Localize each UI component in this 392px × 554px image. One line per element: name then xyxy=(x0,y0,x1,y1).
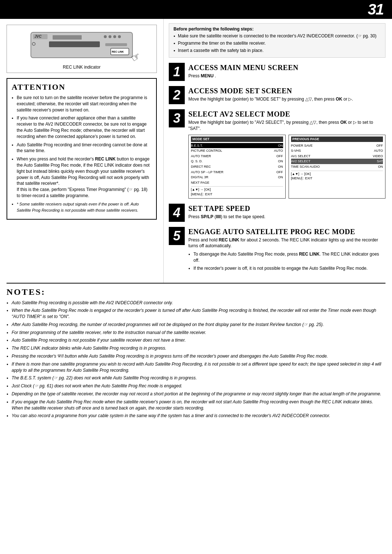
step-5-desc: Press and hold REC LINK for about 2 seco… xyxy=(188,237,385,249)
step-5-bullets: To disengage the Auto Satellite Prog Rec… xyxy=(188,251,385,271)
screen2-title: PREVIOUS PAGE xyxy=(291,137,383,142)
step-1-number: 1 xyxy=(169,63,185,81)
step-5: 5 ENGAGE AUTO SATELLITE PROG REC MODE Pr… xyxy=(169,227,385,273)
screen1-row-autotimer: AUTO TIMEROFF xyxy=(191,154,283,159)
step-1-desc: Press MENU . xyxy=(188,73,385,79)
step-4-desc: Press SP/LP (IIII) to set the tape speed… xyxy=(188,214,385,220)
screen2-row-svhs: S-VHSAUTO xyxy=(291,148,383,154)
screen-mockup-container: MODE SET B.E.S.T.ON PICTURE CONTROLAUTO … xyxy=(188,135,385,199)
step-3-content: SELECT AV2 SELECT MODE Move the highligh… xyxy=(188,109,385,198)
attention-item-2: If you have connected another appliance … xyxy=(12,115,152,139)
note-item-8: If there is more than one satellite prog… xyxy=(7,361,385,374)
step-2-title: ACCESS MODE SET SCREEN xyxy=(188,87,385,95)
main-content: JVC REC LINK xyxy=(0,19,392,283)
svg-point-7 xyxy=(109,35,111,38)
rec-link-label: REC LINK indicator xyxy=(12,65,151,70)
screen1-nav: [▲▼] → [OK] [MENU] : EXIT xyxy=(191,186,283,196)
before-title: Before performing the following steps: xyxy=(173,27,381,32)
step-5-number: 5 xyxy=(169,227,185,245)
note-item-10: Just Clock (☞ pg. 61) does not work when… xyxy=(7,383,385,389)
svg-text:JVC: JVC xyxy=(34,34,42,38)
before-item-1: Make sure the satellite receiver is conn… xyxy=(173,33,381,39)
step-2-content: ACCESS MODE SET SCREEN Move the highligh… xyxy=(188,86,385,102)
screen1-row-nextpage: NEXT PAGE xyxy=(191,180,283,186)
page-number: 31 xyxy=(368,1,383,18)
step-1-content: ACCESS MAIN MENU SCREEN Press MENU . xyxy=(188,63,385,79)
attention-list: Be sure not to turn on the satellite rec… xyxy=(12,95,152,213)
step-4-number: 4 xyxy=(169,204,185,222)
screen-mode-set: MODE SET B.E.S.T.ON PICTURE CONTROLAUTO … xyxy=(188,135,286,199)
attention-item-4: When you press and hold the recorder's R… xyxy=(12,156,152,199)
attention-item-5: * Some satellite receivers output signal… xyxy=(12,201,152,213)
screen1-row-picture: PICTURE CONTROLAUTO xyxy=(191,148,283,154)
step-3: 3 SELECT AV2 SELECT MODE Move the highli… xyxy=(169,109,385,198)
before-box: Before performing the following steps: M… xyxy=(169,23,385,58)
svg-rect-5 xyxy=(53,35,82,40)
step-4-content: SET TAPE SPEED Press SP/LP (IIII) to set… xyxy=(188,204,385,220)
notes-section: NOTES: Auto Satellite Prog recording is … xyxy=(0,287,392,427)
vcr-illustration-area: JVC REC LINK xyxy=(7,25,157,73)
step-5-bullet-2: If the recorder's power is off, it is no… xyxy=(188,265,385,272)
note-item-4: For timer programming of the satellite r… xyxy=(7,330,385,336)
screen1-row-directrec: DIRECT RECON xyxy=(191,164,283,170)
step-4: 4 SET TAPE SPEED Press SP/LP (IIII) to s… xyxy=(169,204,385,222)
left-column: JVC REC LINK xyxy=(0,19,163,283)
svg-point-9 xyxy=(118,35,121,38)
step-4-title: SET TAPE SPEED xyxy=(188,204,385,212)
attention-box: ATTENTION Be sure not to turn on the sat… xyxy=(7,78,157,220)
step-2: 2 ACCESS MODE SET SCREEN Move the highli… xyxy=(169,86,385,104)
note-item-1: Auto Satellite Prog recording is possibl… xyxy=(7,300,385,306)
note-item-9: The B.E.S.T. system (☞ pg. 22) does not … xyxy=(7,375,385,381)
attention-title: ATTENTION xyxy=(12,82,152,92)
screen1-row-digital3r: DIGITAL 3RON xyxy=(191,175,283,180)
step-3-title: SELECT AV2 SELECT MODE xyxy=(188,110,385,118)
right-column: Before performing the following steps: M… xyxy=(163,19,392,283)
notes-title: NOTES: xyxy=(7,287,385,297)
svg-rect-10 xyxy=(105,43,127,46)
step-3-desc: Move the highlight bar (pointer) to "AV2… xyxy=(188,119,385,132)
bottom-divider xyxy=(7,283,385,284)
step-5-title: ENGAGE AUTO SATELLITE PROG REC MODE xyxy=(188,228,385,236)
before-steps-list: Make sure the satellite receiver is conn… xyxy=(173,33,381,53)
screen1-row-autolp: AUTO SP→LP TIMEROFF xyxy=(191,170,283,175)
screen2-row-av2: AV2 SELECTSAT xyxy=(291,159,383,164)
step-5-content: ENGAGE AUTO SATELLITE PROG REC MODE Pres… xyxy=(188,227,385,273)
step-3-number: 3 xyxy=(169,109,185,127)
screen1-row-best: B.E.S.T.ON xyxy=(191,143,283,148)
screen2-row-av1: AV1 SELECTVIDEO xyxy=(291,154,383,159)
svg-point-8 xyxy=(113,35,116,38)
attention-item-3: Auto Satellite Prog recording and timer-… xyxy=(12,142,152,154)
step-2-number: 2 xyxy=(169,86,185,104)
note-item-3: After Auto Satellite Prog recording, the… xyxy=(7,322,385,328)
step-1-title: ACCESS MAIN MENU SCREEN xyxy=(188,64,385,72)
page-header: 31 xyxy=(0,0,392,19)
screen2-row-powersave: POWER SAVEOFF xyxy=(291,143,383,148)
note-item-13: You can also record a programme from you… xyxy=(7,413,385,419)
screen2-row-timescan: TIME SCAN AUDIOON xyxy=(291,164,383,170)
note-item-11: Depending on the type of satellite recei… xyxy=(7,391,385,397)
screen1-title: MODE SET xyxy=(191,137,283,142)
before-item-2: Programme the timer on the satellite rec… xyxy=(173,40,381,46)
note-item-6: The REC LINK indicator blinks while Auto… xyxy=(7,345,385,351)
screen1-row-qsd: Q. S. D.ON xyxy=(191,159,283,164)
svg-rect-4 xyxy=(49,41,100,47)
notes-list: Auto Satellite Prog recording is possibl… xyxy=(7,300,385,419)
note-item-5: Auto Satellite Prog recording is not pos… xyxy=(7,337,385,343)
note-item-12: If you engage the Auto Satellite Prog Re… xyxy=(7,399,385,411)
screen2-nav: [▲▼] → [OK] [MENU] : EXIT xyxy=(291,171,383,181)
step-1: 1 ACCESS MAIN MENU SCREEN Press MENU . xyxy=(169,63,385,81)
before-item-3: Insert a cassette with the safety tab in… xyxy=(173,48,381,54)
step-5-bullet-1: To disengage the Auto Satellite Prog Rec… xyxy=(188,251,385,264)
note-item-2: When the Auto Satellite Prog Rec mode is… xyxy=(7,307,385,320)
attention-item-1: Be sure not to turn on the satellite rec… xyxy=(12,95,152,113)
vcr-svg: JVC REC LINK xyxy=(27,29,136,61)
step-2-desc: Move the highlight bar (pointer) to "MOD… xyxy=(188,96,385,102)
svg-text:REC LINK: REC LINK xyxy=(112,50,124,53)
screen-prev-page: PREVIOUS PAGE POWER SAVEOFF S-VHSAUTO AV… xyxy=(289,135,386,199)
note-item-7: Pressing the recorder's Ψ/I button while… xyxy=(7,353,385,359)
svg-point-6 xyxy=(104,35,107,38)
